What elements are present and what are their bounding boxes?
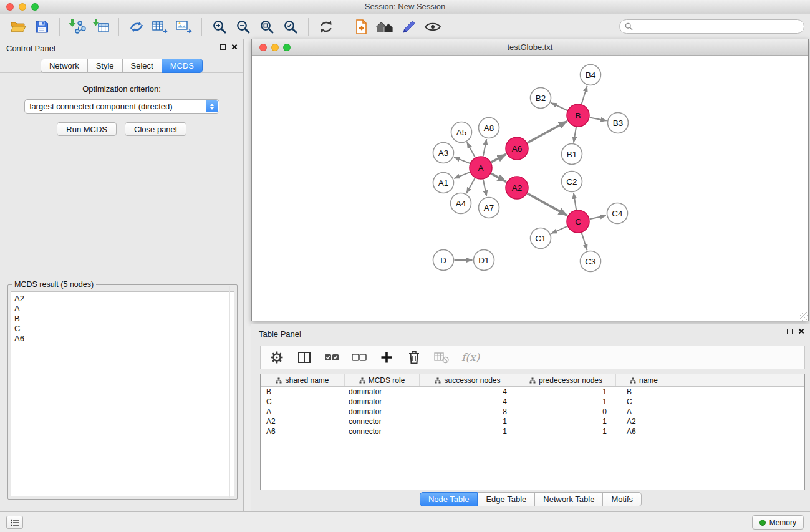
criterion-dropdown[interactable]: largest connected component (directed) — [24, 99, 219, 114]
import-table-icon[interactable] — [91, 17, 111, 37]
show-hide-graphics-icon[interactable] — [423, 17, 443, 37]
graph-edge-C-C3[interactable] — [582, 233, 587, 250]
graph-node-B2[interactable]: B2 — [531, 88, 551, 109]
column-header-shared-name[interactable]: shared name — [261, 374, 345, 386]
tab-style[interactable]: Style — [88, 59, 123, 73]
save-session-icon[interactable] — [32, 17, 52, 37]
tab-network[interactable]: Network — [41, 59, 88, 73]
column-header-name[interactable]: name — [616, 374, 672, 386]
export-table-icon[interactable] — [150, 17, 170, 37]
result-item[interactable]: A2 — [14, 294, 234, 304]
zoom-selected-icon[interactable] — [281, 17, 301, 37]
close-table-panel-icon[interactable] — [798, 328, 804, 334]
table-row[interactable]: Cdominator41C — [261, 397, 804, 407]
graph-node-B3[interactable]: B3 — [608, 113, 629, 133]
annotation-pencil-icon[interactable] — [399, 17, 419, 37]
graph-edge-A-A6[interactable] — [491, 154, 506, 162]
graph-node-A3[interactable]: A3 — [433, 143, 454, 163]
graph-node-A2[interactable]: A2 — [506, 177, 528, 199]
table-row[interactable]: A2connector11A2 — [261, 417, 804, 427]
float-panel-icon[interactable] — [220, 44, 226, 50]
search-field[interactable] — [619, 19, 804, 34]
refresh-network-icon[interactable] — [316, 17, 336, 37]
minimize-network-window-button[interactable] — [271, 44, 279, 51]
import-network-icon[interactable] — [67, 17, 87, 37]
zoom-out-icon[interactable] — [233, 17, 253, 37]
close-network-window-button[interactable] — [259, 44, 267, 51]
column-header-predecessor-nodes[interactable]: predecessor nodes — [516, 374, 616, 386]
result-item[interactable]: C — [14, 324, 234, 334]
task-history-button[interactable] — [6, 516, 23, 529]
add-column-icon[interactable] — [377, 347, 397, 367]
graph-node-A4[interactable]: A4 — [451, 193, 471, 214]
tab-network-table[interactable]: Network Table — [535, 492, 603, 506]
result-item[interactable]: B — [14, 314, 234, 324]
graph-edge-B-B2[interactable] — [551, 103, 567, 110]
table-row[interactable]: Bdominator41B — [261, 387, 804, 397]
graph-edge-A-A2[interactable] — [491, 173, 506, 181]
window-resize-handle[interactable] — [800, 312, 808, 321]
graph-edge-B-B4[interactable] — [582, 86, 587, 104]
column-header-successor-nodes[interactable]: successor nodes — [420, 374, 516, 386]
close-panel-button[interactable]: Close panel — [125, 122, 186, 136]
graph-node-D1[interactable]: D1 — [474, 250, 494, 271]
graph-edge-C-C4[interactable] — [590, 216, 606, 220]
graph-edge-B-B1[interactable] — [574, 127, 576, 143]
network-window-titlebar[interactable]: testGlobe.txt — [252, 39, 808, 56]
function-builder-icon[interactable]: f(x) — [459, 351, 480, 364]
maximize-window-button[interactable] — [31, 3, 39, 11]
graph-node-A5[interactable]: A5 — [451, 122, 472, 143]
network-canvas[interactable]: B4B2BB3A5A8A6B1A3AC2A1A2A4A7C4CC1C3DD1 — [252, 56, 808, 321]
graph-edge-B-B3[interactable] — [590, 118, 607, 121]
graph-node-A6[interactable]: A6 — [506, 137, 528, 160]
zoom-fit-icon[interactable] — [257, 17, 277, 37]
mcds-result-list[interactable]: A2ABCA6 — [11, 291, 234, 496]
minimize-window-button[interactable] — [19, 3, 26, 11]
tab-edge-table[interactable]: Edge Table — [478, 492, 535, 506]
graph-node-A[interactable]: A — [470, 157, 492, 179]
column-header-MCDS-role[interactable]: MCDS role — [345, 374, 420, 386]
delete-column-trash-icon[interactable] — [404, 347, 424, 367]
graph-node-B1[interactable]: B1 — [562, 144, 582, 165]
export-image-icon[interactable] — [174, 17, 194, 37]
close-panel-icon[interactable] — [231, 44, 238, 50]
graph-edge-A-A7[interactable] — [483, 180, 487, 196]
tab-motifs[interactable]: Motifs — [603, 492, 642, 506]
select-all-icon[interactable] — [322, 347, 342, 367]
show-columns-icon[interactable] — [294, 347, 314, 367]
graph-node-A1[interactable]: A1 — [433, 173, 454, 193]
graph-node-D[interactable]: D — [433, 250, 454, 271]
graph-edge-A-A8[interactable] — [483, 139, 487, 156]
tab-select[interactable]: Select — [123, 59, 162, 73]
graph-edge-A-A3[interactable] — [454, 157, 470, 163]
graph-edge-A6-B[interactable] — [528, 122, 567, 143]
table-row[interactable]: A6connector11A6 — [261, 427, 804, 437]
graph-node-C4[interactable]: C4 — [607, 203, 628, 224]
result-item[interactable]: A — [14, 304, 234, 314]
table-row[interactable]: Adominator80A — [261, 407, 804, 417]
graph-edge-A2-C[interactable] — [528, 193, 567, 215]
result-item[interactable]: A6 — [14, 334, 234, 344]
graph-node-A7[interactable]: A7 — [479, 198, 499, 218]
result-list-scrollbar[interactable] — [229, 286, 230, 498]
open-in-browser-icon[interactable] — [352, 17, 372, 37]
open-session-icon[interactable] — [8, 17, 28, 37]
graph-edge-A-A4[interactable] — [466, 178, 475, 193]
run-mcds-button[interactable]: Run MCDS — [57, 122, 117, 136]
graph-node-B[interactable]: B — [567, 104, 589, 127]
tab-node-table[interactable]: Node Table — [420, 492, 478, 506]
graph-node-B4[interactable]: B4 — [581, 65, 601, 85]
graph-node-C[interactable]: C — [567, 210, 589, 233]
close-window-button[interactable] — [6, 3, 14, 11]
graph-node-C1[interactable]: C1 — [531, 228, 551, 249]
deselect-all-icon[interactable] — [349, 347, 369, 367]
graph-edge-C-C2[interactable] — [574, 193, 576, 210]
graph-edge-A-A5[interactable] — [467, 142, 475, 157]
graph-node-C3[interactable]: C3 — [581, 251, 601, 272]
home-icon[interactable] — [375, 17, 395, 37]
graph-edge-A-A1[interactable] — [454, 172, 470, 178]
memory-button[interactable]: Memory — [752, 515, 804, 530]
tab-mcds[interactable]: MCDS — [162, 59, 203, 73]
table-settings-gear-icon[interactable] — [267, 347, 287, 367]
network-from-selection-icon[interactable] — [127, 17, 147, 37]
